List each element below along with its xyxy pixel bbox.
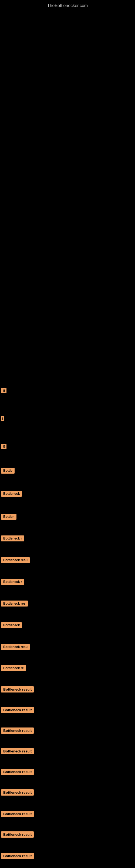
- spacer: [0, 611, 135, 619]
- bottleneck-badge-1[interactable]: B: [1, 388, 6, 393]
- bottleneck-badge-6[interactable]: Bottlen: [1, 514, 16, 520]
- result-row: Bottleneck result: [0, 766, 135, 779]
- spacer: [0, 863, 135, 868]
- bottleneck-badge-16[interactable]: Bottleneck result: [1, 727, 34, 734]
- spacer: [0, 697, 135, 704]
- spacer: [0, 759, 135, 766]
- result-row: Bottleneck re: [0, 662, 135, 675]
- spacer: [0, 478, 135, 488]
- spacer: [0, 779, 135, 786]
- result-row: |: [0, 412, 135, 426]
- result-row: Bottleneck result: [0, 745, 135, 759]
- spacer: [0, 567, 135, 576]
- spacer: [0, 524, 135, 532]
- bottleneck-badge-9[interactable]: Bottleneck r: [1, 579, 24, 585]
- result-row: Bottleneck result: [0, 849, 135, 863]
- result-row: B: [0, 384, 135, 398]
- bottleneck-badge-13[interactable]: Bottleneck re: [1, 665, 26, 671]
- result-row: Bottleneck result: [0, 683, 135, 697]
- result-row: Bottleneck res: [0, 597, 135, 611]
- bottleneck-badge-18[interactable]: Bottleneck result: [1, 769, 34, 775]
- spacer: [0, 501, 135, 510]
- spacer: [0, 546, 135, 554]
- spacer: [0, 822, 135, 828]
- bottleneck-badge-14[interactable]: Bottleneck result: [1, 686, 34, 692]
- result-row: Bottleneck: [0, 488, 135, 501]
- bottleneck-badge-22[interactable]: Bottleneck result: [1, 853, 34, 859]
- spacer: [0, 426, 135, 440]
- spacer: [0, 454, 135, 464]
- bottleneck-badge-8[interactable]: Bottleneck resu: [1, 557, 30, 563]
- result-row: Bottleneck result: [0, 828, 135, 842]
- bottleneck-badge-4[interactable]: Bottle: [1, 468, 14, 474]
- bottleneck-badge-15[interactable]: Bottleneck result: [1, 707, 34, 713]
- result-row: Bottleneck result: [0, 704, 135, 717]
- bottleneck-badge-12[interactable]: Bottleneck resu: [1, 644, 30, 650]
- spacer: [0, 675, 135, 683]
- bottleneck-badge-17[interactable]: Bottleneck result: [1, 748, 34, 754]
- bottleneck-badge-5[interactable]: Bottleneck: [1, 491, 22, 497]
- spacer: [0, 632, 135, 641]
- result-row: Bottleneck resu: [0, 554, 135, 567]
- bottleneck-badge-2[interactable]: |: [1, 416, 4, 421]
- spacer: [0, 398, 135, 412]
- result-row: Bottleneck r: [0, 532, 135, 546]
- bottleneck-badge-7[interactable]: Bottleneck r: [1, 535, 24, 541]
- spacer: [0, 717, 135, 724]
- spacer: [0, 842, 135, 849]
- spacer: [0, 654, 135, 662]
- top-black-area: [0, 10, 135, 384]
- result-row: Bottleneck result: [0, 786, 135, 800]
- result-row: Bottleneck r: [0, 576, 135, 589]
- result-row: Bottleneck result: [0, 807, 135, 822]
- result-row: Bottle: [0, 464, 135, 478]
- spacer: [0, 589, 135, 597]
- bottleneck-badge-21[interactable]: Bottleneck result: [1, 831, 34, 838]
- site-title: TheBottlenecker.com: [0, 0, 135, 10]
- spacer: [0, 800, 135, 807]
- spacer: [0, 738, 135, 745]
- result-row: B: [0, 440, 135, 454]
- bottleneck-badge-20[interactable]: Bottleneck result: [1, 811, 34, 817]
- bottleneck-badge-10[interactable]: Bottleneck res: [1, 600, 28, 607]
- result-row: Bottleneck resu: [0, 641, 135, 654]
- bottleneck-badge-3[interactable]: B: [1, 444, 6, 449]
- result-row: Bottleneck result: [0, 724, 135, 738]
- bottleneck-badge-19[interactable]: Bottleneck result: [1, 789, 34, 796]
- bottleneck-badge-11[interactable]: Bottleneck: [1, 622, 22, 628]
- page-container: TheBottlenecker.com B | B Bottle Bottlen…: [0, 0, 135, 868]
- result-row: Bottlen: [0, 510, 135, 524]
- result-row: Bottleneck: [0, 619, 135, 632]
